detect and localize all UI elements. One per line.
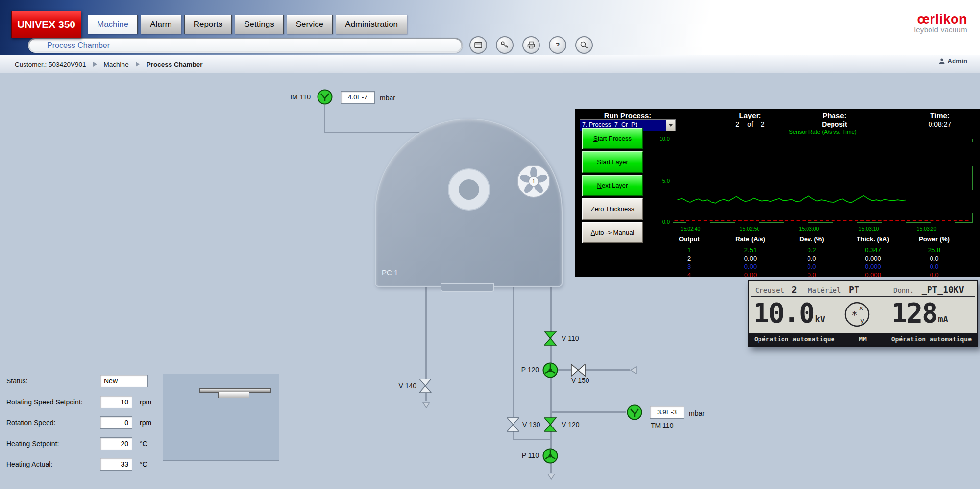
voltage-readout: 10.0kV bbox=[753, 297, 825, 329]
breadcrumb-current-page: Process Chamber bbox=[147, 61, 203, 68]
svg-text:*: * bbox=[851, 309, 858, 321]
material-group: Matériel PT bbox=[808, 285, 859, 295]
rotation-speed-label: Rotation Speed: bbox=[6, 416, 55, 429]
voltage-unit: kV bbox=[815, 314, 825, 324]
pipe bbox=[425, 392, 427, 401]
tab-service[interactable]: Service bbox=[287, 15, 333, 34]
program-value: _PT_10KV bbox=[922, 285, 964, 295]
chamber-label: PC 1 bbox=[382, 268, 398, 277]
start-layer-button[interactable]: Start Layer bbox=[582, 151, 643, 173]
program-group: Donn. _PT_10KV bbox=[893, 285, 964, 295]
bottom-strip bbox=[0, 489, 980, 498]
table-cell: 0.0 bbox=[904, 263, 965, 271]
exhaust-arrow-icon bbox=[422, 402, 430, 408]
voltage-value: 10.0 bbox=[753, 297, 814, 329]
rotating-speed-setpoint-row: Rotating Speed Setpoint: 10 rpm bbox=[6, 396, 168, 408]
lcd-footer-left: Opération automatique bbox=[754, 335, 834, 343]
rotation-fan-icon[interactable]: 1 bbox=[516, 164, 551, 199]
crucible-value: 2 bbox=[792, 285, 797, 295]
toolbar: ? bbox=[469, 36, 593, 54]
start-process-button[interactable]: Start Process bbox=[582, 128, 643, 149]
status-row: Status: New bbox=[6, 375, 168, 387]
pipe bbox=[513, 286, 514, 417]
table-cell: 0.0 bbox=[781, 271, 842, 280]
crucible-group: Creuset 2 bbox=[755, 285, 797, 295]
univex-logo: UNIVEX 350 bbox=[11, 11, 81, 38]
col-header: Output bbox=[659, 236, 720, 246]
im110-pressure-readout: 4.0E-7 bbox=[341, 91, 375, 104]
valve-v110-icon[interactable] bbox=[544, 331, 557, 346]
auto-manual-button[interactable]: Auto -> Manual bbox=[582, 222, 643, 243]
print-button[interactable] bbox=[522, 36, 540, 54]
col-header: Rate (A/s) bbox=[720, 236, 781, 246]
y-tick: 5.0 bbox=[649, 178, 670, 184]
lcd-footer: Opération automatique MM Opération autom… bbox=[749, 333, 977, 345]
table-cell: 0.00 bbox=[720, 271, 781, 280]
tab-machine[interactable]: Machine bbox=[88, 15, 138, 34]
preview-button[interactable] bbox=[575, 36, 593, 54]
breadcrumb-separator-icon bbox=[93, 62, 97, 67]
im110-unit: mbar bbox=[380, 94, 395, 102]
window-button[interactable] bbox=[469, 36, 487, 54]
im110-gauge-icon bbox=[316, 88, 334, 106]
valve-v140-icon[interactable] bbox=[419, 379, 432, 393]
layer-current: 2 bbox=[735, 120, 739, 128]
table-cell: 4 bbox=[659, 271, 720, 280]
main-menu: Machine Alarm Reports Settings Service A… bbox=[88, 15, 407, 34]
heating-actual-unit: °C bbox=[140, 458, 147, 471]
user-badge[interactable]: Admin bbox=[938, 57, 967, 65]
valve-v140-label: V 140 bbox=[389, 382, 416, 390]
table-cell: 0.0 bbox=[781, 255, 842, 263]
zero-thickness-button[interactable]: Zero Thickness bbox=[582, 198, 643, 220]
x-tick: 15:03:20 bbox=[909, 226, 944, 232]
valve-v120-label: V 120 bbox=[562, 421, 580, 428]
substrate-center bbox=[459, 179, 479, 200]
svg-text:?: ? bbox=[556, 41, 560, 49]
y-tick: 10.0 bbox=[649, 136, 670, 142]
next-layer-button[interactable]: Next Layer bbox=[582, 175, 643, 196]
material-label: Matériel bbox=[808, 286, 841, 294]
tab-alarm[interactable]: Alarm bbox=[141, 15, 181, 34]
col-header: Thick. (kA) bbox=[842, 236, 904, 246]
rotating-speed-setpoint-unit: rpm bbox=[140, 396, 151, 408]
x-tick: 15:02:40 bbox=[673, 226, 708, 232]
pipe bbox=[513, 439, 552, 440]
breadcrumb-machine[interactable]: Machine bbox=[104, 61, 129, 68]
sensor-rate-chart bbox=[673, 139, 973, 223]
tab-administration[interactable]: Administration bbox=[336, 15, 407, 34]
tab-settings[interactable]: Settings bbox=[235, 15, 283, 34]
valve-v150-label: V 150 bbox=[571, 377, 589, 384]
table-cell: 0.2 bbox=[781, 246, 842, 255]
table-cell: 0.000 bbox=[842, 263, 904, 271]
user-name: Admin bbox=[948, 57, 967, 65]
key-icon bbox=[500, 41, 509, 49]
heating-setpoint-field[interactable]: 20 bbox=[100, 437, 132, 450]
layer-total: 2 bbox=[761, 120, 765, 128]
help-button[interactable]: ? bbox=[549, 36, 566, 54]
rotating-speed-setpoint-field[interactable]: 10 bbox=[100, 396, 132, 408]
chart-title: Sensor Rate (A/s vs. Time) bbox=[673, 129, 973, 135]
table-cell: 0.347 bbox=[842, 246, 904, 255]
valve-v120-icon[interactable] bbox=[544, 417, 557, 432]
pump-p120-label: P 120 bbox=[517, 366, 539, 374]
layer-of: of bbox=[747, 120, 753, 128]
svg-text:x: x bbox=[859, 304, 863, 311]
ebeam-power-display: Creuset 2 Matériel PT Donn. _PT_10KV 10.… bbox=[748, 280, 978, 347]
key-button[interactable] bbox=[496, 36, 514, 54]
table-cell: 0.0 bbox=[904, 255, 965, 263]
valve-v130-icon[interactable] bbox=[507, 417, 519, 432]
breadcrumb-customer[interactable]: Customer.: 503420V901 bbox=[15, 61, 86, 68]
table-cell: 0.000 bbox=[842, 271, 904, 280]
pump-p110-icon[interactable] bbox=[541, 447, 559, 465]
substrate-rotation-preview bbox=[163, 374, 279, 461]
table-cell: 0.00 bbox=[720, 263, 781, 271]
layer-header: Layer: bbox=[722, 111, 779, 119]
tab-reports[interactable]: Reports bbox=[184, 15, 232, 34]
tm110-gauge-icon bbox=[626, 403, 643, 421]
pump-p110-label: P 110 bbox=[517, 451, 539, 459]
valve-v150-icon[interactable] bbox=[571, 364, 586, 377]
heating-actual-field: 33 bbox=[100, 458, 132, 471]
tm110-unit: mbar bbox=[689, 409, 705, 417]
table-cell: 1 bbox=[659, 246, 720, 255]
pump-p120-icon[interactable] bbox=[541, 361, 559, 379]
